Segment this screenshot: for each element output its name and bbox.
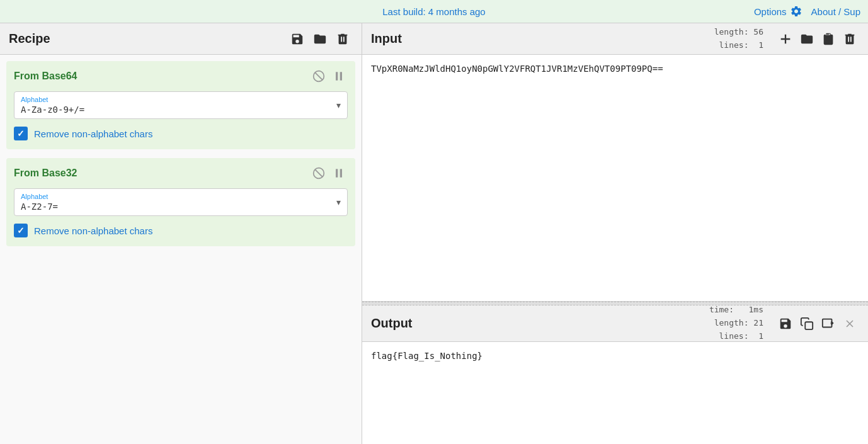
svg-rect-2 [336,72,338,80]
input-header: Input length: 56 lines: 1 [362,23,868,55]
input-stats: length: 56 lines: 1 [714,26,763,52]
output-length-value: 21 [753,318,763,327]
open-recipe-button[interactable] [310,29,330,49]
trash-icon [336,32,350,46]
output-length-label: length: [714,318,754,327]
checkmark-icon: ✓ [17,128,25,139]
input-section: Input length: 56 lines: 1 [362,23,868,302]
input-lines-value: 1 [758,40,763,50]
output-stats: time: 1ms length: 21 lines: 1 [709,304,763,343]
disable-icon-2 [312,167,325,179]
remove-non-alphabet-checkbox-2[interactable]: ✓ [14,224,28,237]
options-button[interactable]: Options [754,5,802,18]
input-length-label: length: [714,27,754,37]
alphabet-label-2: Alphabet [21,193,341,200]
input-content[interactable]: TVpXR0NaMzJWldHQ1oyN0pGWlY2VFRQT1JVR1MzV… [362,55,868,301]
save-recipe-button[interactable] [287,29,307,49]
paste-icon [821,32,835,46]
paste-input-button[interactable] [819,30,838,48]
remove-non-alphabet-label-2: Remove non-alphabet chars [34,225,152,236]
disable-icon [312,70,325,83]
remove-non-alphabet-row-2: ✓ Remove non-alphabet chars [14,224,348,237]
output-lines-label: lines: [719,331,759,341]
save-output-button[interactable] [776,314,795,333]
svg-rect-6 [336,169,338,177]
io-panel: Input length: 56 lines: 1 [362,23,868,444]
remove-output-button[interactable] [840,314,859,333]
disable-operation-button-2[interactable] [310,164,328,182]
output-header: Output time: 1ms length: 21 lines: 1 [362,305,868,342]
output-time-value: 1ms [749,305,763,314]
save-icon [290,32,304,46]
output-content: flag{Flag_Is_Nothing} [362,342,868,444]
recipe-header: Recipe [0,23,362,55]
send-to-input-button[interactable] [819,314,838,333]
operation-from-base64: From Base64 Alph [6,61,355,149]
checkmark-icon-2: ✓ [17,225,25,236]
options-label: Options [754,6,787,17]
input-lines-label: lines: [719,40,759,50]
save-output-icon [779,317,792,331]
dropdown-arrow-icon-2: ▾ [336,197,341,207]
operation-header-2: From Base32 [14,164,348,182]
operations-list: From Base64 Alph [0,55,362,444]
output-time-label: time: [709,305,749,314]
folder-icon [313,32,327,46]
alphabet-dropdown-base32[interactable]: Alphabet A-Z2-7= ▾ [14,188,348,216]
pause-operation-button-2[interactable] [330,164,348,182]
svg-line-5 [315,169,323,177]
operation-header: From Base64 [14,67,348,85]
remove-non-alphabet-label: Remove non-alphabet chars [34,128,152,139]
remove-non-alphabet-checkbox[interactable]: ✓ [14,127,28,140]
operation-name-2: From Base32 [14,168,307,179]
pause-operation-button[interactable] [330,67,348,85]
svg-rect-9 [823,319,832,327]
dropdown-arrow-icon: ▾ [336,100,341,110]
pause-icon-2 [333,167,345,179]
open-file-input-button[interactable] [797,30,816,48]
build-status: Last build: 4 months ago [382,6,485,17]
alphabet-value-2: A-Z2-7= [21,202,341,212]
plus-icon [779,32,792,46]
alphabet-label: Alphabet [21,96,341,103]
recipe-title: Recipe [9,31,285,46]
gear-icon [790,5,802,18]
output-title: Output [371,316,709,331]
about-sup-link[interactable]: About / Sup [811,6,860,17]
topbar: Last build: 4 months ago Options About /… [0,0,868,23]
add-input-button[interactable] [776,30,795,48]
output-lines-value: 1 [758,331,763,341]
pause-icon [333,70,345,83]
operation-name: From Base64 [14,71,307,82]
svg-rect-3 [340,72,342,80]
main-layout: Recipe From Base64 [0,23,868,444]
output-text: flag{Flag_Is_Nothing} [371,351,483,361]
folder-open-icon [800,32,814,46]
copy-output-button[interactable] [797,314,816,333]
operation-from-base32: From Base32 Alph [6,158,355,246]
delete-input-button[interactable] [840,30,859,48]
svg-line-1 [315,72,323,80]
disable-operation-button[interactable] [310,67,328,85]
copy-icon [800,317,814,331]
input-length-value: 56 [753,27,763,37]
delete-recipe-button[interactable] [333,29,353,49]
trash-input-icon [843,32,857,46]
svg-rect-7 [340,169,342,177]
recipe-panel: Recipe From Base64 [0,23,362,444]
input-title: Input [371,31,714,46]
alphabet-value: A-Za-z0-9+/= [21,105,341,115]
send-to-input-icon [821,317,835,331]
input-text: TVpXR0NaMzJWldHQ1oyN0pGWlY2VFRQT1JVR1MzV… [371,64,663,74]
svg-rect-8 [805,322,813,329]
close-output-icon [843,317,856,330]
alphabet-dropdown-base64[interactable]: Alphabet A-Za-z0-9+/= ▾ [14,91,348,119]
remove-non-alphabet-row: ✓ Remove non-alphabet chars [14,127,348,140]
output-section: Output time: 1ms length: 21 lines: 1 [362,305,868,444]
